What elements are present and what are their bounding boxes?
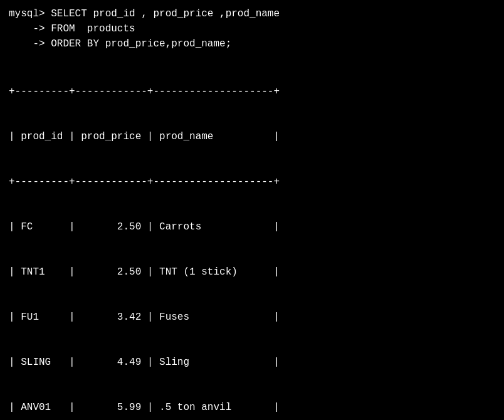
query-line-3: -> ORDER BY prod_price,prod_name;	[9, 36, 495, 51]
sql-query-block: mysql> SELECT prod_id , prod_price ,prod…	[9, 6, 495, 51]
table-row: | FC | 2.50 | Carrots |	[9, 219, 495, 234]
table-row: | SLING | 4.49 | Sling |	[9, 355, 495, 370]
table-header: | prod_id | prod_price | prod_name |	[9, 129, 495, 144]
query-line-2: -> FROM products	[9, 21, 495, 36]
query-line-1: mysql> SELECT prod_id , prod_price ,prod…	[9, 6, 495, 21]
top-divider: +---------+------------+----------------…	[9, 84, 495, 99]
table-row: | ANV01 | 5.99 | .5 ton anvil |	[9, 400, 495, 415]
table-row: | FU1 | 3.42 | Fuses |	[9, 310, 495, 325]
table-row: | TNT1 | 2.50 | TNT (1 stick) |	[9, 265, 495, 280]
terminal-window: mysql> SELECT prod_id , prod_price ,prod…	[9, 6, 495, 420]
result-table: +---------+------------+----------------…	[9, 54, 495, 420]
header-divider: +---------+------------+----------------…	[9, 174, 495, 189]
